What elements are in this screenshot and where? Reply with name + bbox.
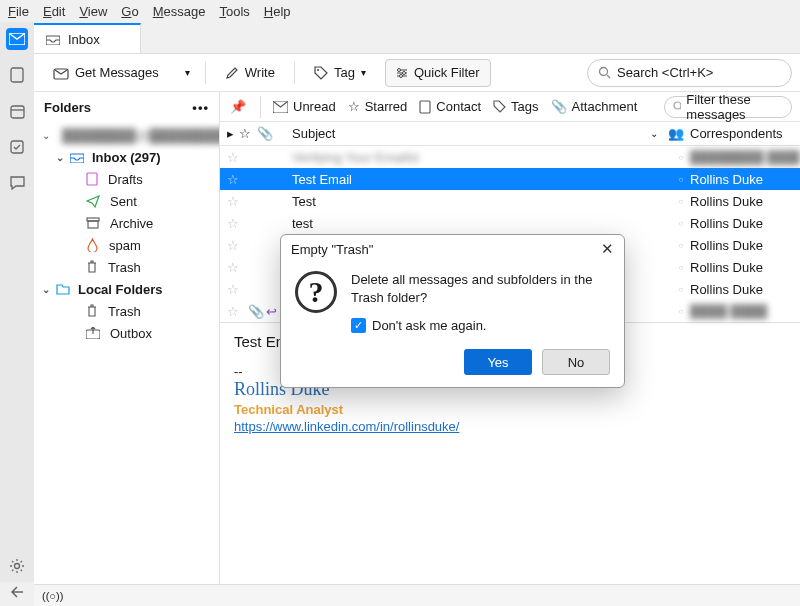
close-icon[interactable]: ✕ [601,240,614,258]
spam-label: spam [109,238,141,253]
menu-bar: File Edit View Go Message Tools Help [0,0,800,22]
svg-rect-16 [87,173,97,185]
tree-trash[interactable]: Trash [34,256,219,278]
chevron-down-icon: ⌄ [42,130,50,141]
header-correspondents[interactable]: 👥Correspondents [668,126,800,141]
tree-local-folders[interactable]: ⌄Local Folders [34,278,219,300]
header-correspondents-label: Correspondents [690,126,783,141]
menu-message[interactable]: Message [153,4,206,19]
tab-inbox[interactable]: Inbox [34,23,141,53]
toolbar-divider [205,62,206,84]
tasks-space-icon[interactable] [6,136,28,158]
sync-activity-icon[interactable]: ((○)) [42,590,63,602]
message-list-header: ▸☆📎 Subject ⌄ 👥Correspondents [220,122,800,146]
collapse-icon[interactable] [10,586,24,598]
svg-rect-4 [11,141,23,153]
menu-file[interactable]: File [8,4,29,19]
chevron-down-icon: ▾ [361,67,366,78]
tree-spam[interactable]: spam [34,234,219,256]
read-status-icon: ○ [672,219,690,228]
trash-icon [86,260,98,274]
tree-account[interactable]: ⌄████████@██████████.███ [34,124,219,146]
empty-trash-dialog: Empty "Trash" ✕ ? Delete all messages an… [280,234,625,388]
tab-label: Inbox [68,32,100,47]
local-trash-label: Trash [108,304,141,319]
write-button[interactable]: Write [214,59,286,87]
folder-pane-header: Folders ••• [34,92,219,122]
message-row[interactable]: ☆Test○Rollins Duke [220,190,800,212]
archive-label: Archive [110,216,153,231]
tag-button[interactable]: Tag ▾ [303,59,377,87]
filter-unread[interactable]: Unread [273,99,336,114]
tree-sent[interactable]: Sent [34,190,219,212]
message-subject: Verifying Your EmailId [282,150,672,165]
dont-ask-checkbox[interactable]: ✓ Don't ask me again. [351,318,610,333]
attachment-icon: 📎 [257,126,273,141]
tree-drafts[interactable]: Drafts [34,168,219,190]
dialog-body: ? Delete all messages and subfolders in … [281,263,624,337]
sliders-icon [396,67,408,79]
dialog-buttons: Yes No [281,337,624,387]
svg-point-10 [402,71,405,74]
menu-edit[interactable]: Edit [43,4,65,19]
star-icon[interactable]: ☆ [220,216,246,231]
menu-go[interactable]: Go [121,4,138,19]
filter-bar: 📌 Unread ☆Starred Contact Tags 📎Attachme… [220,92,800,122]
header-subject[interactable]: Subject [280,126,650,141]
tag-label: Tag [334,65,355,80]
star-icon[interactable]: ☆ [220,260,246,275]
tree-inbox[interactable]: ⌄Inbox (297) [34,146,219,168]
filter-contact-label: Contact [436,99,481,114]
yes-button[interactable]: Yes [464,349,532,375]
menu-help[interactable]: Help [264,4,291,19]
folder-tree: ⌄████████@██████████.███ ⌄Inbox (297) Dr… [34,122,219,584]
drafts-label: Drafts [108,172,143,187]
header-icon-cols[interactable]: ▸☆📎 [220,126,280,141]
sent-label: Sent [110,194,137,209]
pencil-icon [225,66,239,80]
filter-attachment-label: Attachment [572,99,638,114]
menu-view[interactable]: View [79,4,107,19]
star-icon[interactable]: ☆ [220,238,246,253]
message-subject: Test Email [282,172,672,187]
tree-archive[interactable]: Archive [34,212,219,234]
star-icon[interactable]: ☆ [220,304,246,319]
read-status-icon: ○ [672,241,690,250]
quick-filter-button[interactable]: Quick Filter [385,59,491,87]
star-icon: ☆ [348,99,360,114]
tree-local-trash[interactable]: Trash [34,300,219,322]
calendar-space-icon[interactable] [6,100,28,122]
download-mail-icon [53,66,69,80]
mail-space-icon[interactable] [6,28,28,50]
star-icon[interactable]: ☆ [220,282,246,297]
star-icon[interactable]: ☆ [220,194,246,209]
folder-pane: Folders ••• ⌄████████@██████████.███ ⌄In… [34,92,220,584]
no-button[interactable]: No [542,349,610,375]
filter-contact[interactable]: Contact [419,99,481,114]
get-messages-button[interactable]: Get Messages [42,59,170,87]
folder-menu-icon[interactable]: ••• [192,100,209,115]
message-row[interactable]: ☆Verifying Your EmailId○████████ ████ [220,146,800,168]
filter-starred[interactable]: ☆Starred [348,99,408,114]
filter-attachment[interactable]: 📎Attachment [551,99,638,114]
signature-link[interactable]: https://www.linkedin.com/in/rollinsduke/ [234,419,459,434]
settings-icon[interactable] [9,558,25,574]
addressbook-space-icon[interactable] [6,64,28,86]
message-row[interactable]: ☆Test Email○Rollins Duke [220,168,800,190]
menu-tools[interactable]: Tools [219,4,249,19]
filter-tags[interactable]: Tags [493,99,538,114]
chat-space-icon[interactable] [6,172,28,194]
star-icon[interactable]: ☆ [220,150,246,165]
filter-input[interactable]: Filter these messages [664,96,792,118]
search-input[interactable]: Search <Ctrl+K> [587,59,792,87]
account-label: ████████@██████████.███ [62,128,219,143]
tree-outbox[interactable]: Outbox [34,322,219,344]
search-placeholder: Search <Ctrl+K> [617,65,713,80]
star-icon[interactable]: ☆ [220,172,246,187]
message-row[interactable]: ☆test○Rollins Duke [220,212,800,234]
toolbar-divider [294,62,295,84]
message-subject: test [282,216,672,231]
message-correspondent: Rollins Duke [690,238,800,253]
pin-icon[interactable]: 📌 [228,99,248,114]
get-messages-dropdown[interactable]: ▾ [178,59,197,87]
